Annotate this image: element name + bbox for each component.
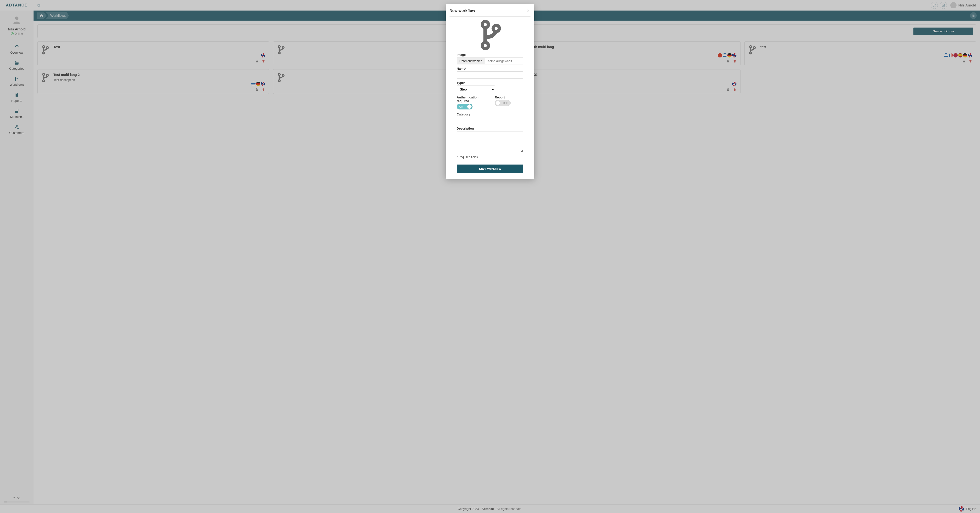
name-label: Name* [457,67,523,70]
modal-title: New workflow [450,9,530,13]
modal-close-button[interactable] [525,7,531,14]
new-workflow-modal: New workflow Image Datei auswählen Keine… [446,4,534,178]
modal-backdrop[interactable]: New workflow Image Datei auswählen Keine… [0,0,980,513]
file-status: Keine ausgewählt [485,58,523,64]
image-file-input[interactable]: Datei auswählen Keine ausgewählt [457,57,523,64]
required-hint: * Required fields [450,155,530,159]
toggle-knob [496,101,500,105]
svg-point-58 [493,25,500,32]
save-workflow-button[interactable]: Save workflow [457,164,523,173]
toggle-knob [467,104,472,109]
svg-point-59 [482,42,488,49]
auth-label: Authentication required [457,96,485,103]
description-input[interactable] [457,131,523,152]
workflow-hero-icon [450,20,530,51]
category-label: Category [457,113,523,116]
description-label: Description [457,127,523,130]
file-choose-button[interactable]: Datei auswählen [457,58,485,64]
svg-point-57 [482,22,488,28]
type-select[interactable]: Step [457,86,495,93]
report-label: Report [495,96,523,99]
close-icon [526,9,530,13]
name-input[interactable] [457,72,523,78]
type-label: Type* [457,81,495,84]
image-label: Image [457,53,523,57]
report-toggle[interactable]: OFF [495,100,511,106]
category-input[interactable] [457,117,523,124]
auth-toggle[interactable]: ON [457,104,473,110]
